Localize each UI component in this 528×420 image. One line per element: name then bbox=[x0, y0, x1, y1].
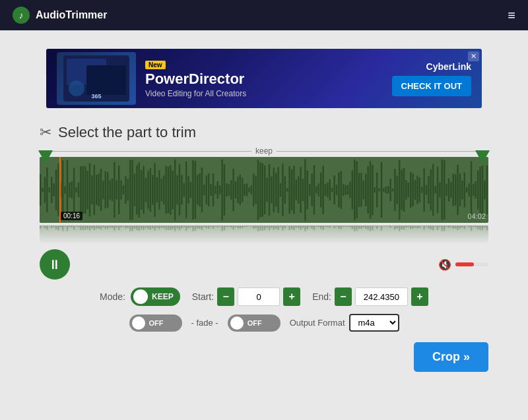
play-pause-icon: ⏸ bbox=[48, 257, 61, 272]
waveform[interactable]: // We'll draw waveform in a separate scr… bbox=[40, 157, 488, 223]
format-select[interactable]: m4a mp3 ogg wav bbox=[349, 314, 399, 332]
fade-out-label: OFF bbox=[248, 319, 262, 327]
start-plus-button[interactable]: + bbox=[283, 287, 300, 306]
end-group: End: − + bbox=[312, 287, 428, 306]
svg-text:365: 365 bbox=[91, 93, 101, 100]
volume-bar[interactable] bbox=[455, 262, 488, 266]
svg-marker-7 bbox=[38, 150, 53, 164]
scissors-icon: ✂ bbox=[40, 124, 51, 141]
ad-title: PowerDirector bbox=[145, 71, 392, 87]
fade-out-knob bbox=[230, 316, 244, 330]
fade-out-toggle[interactable]: OFF bbox=[228, 315, 280, 332]
play-pause-button[interactable]: ⏸ bbox=[40, 249, 70, 280]
output-format-label: Output Format bbox=[290, 318, 345, 328]
logo-text: AudioTrimmer bbox=[36, 9, 107, 21]
keep-label-row: keep bbox=[40, 146, 488, 156]
mode-toggle-text: KEEP bbox=[152, 292, 174, 301]
keep-line-left bbox=[40, 151, 251, 152]
controls-row: ⏸ 🔇 bbox=[40, 249, 488, 280]
fade-separator: - fade - bbox=[191, 318, 218, 328]
end-minus-button[interactable]: − bbox=[335, 287, 352, 306]
hamburger-icon[interactable]: ≡ bbox=[508, 8, 516, 23]
ad-new-badge: New bbox=[145, 61, 166, 69]
ad-cta-button[interactable]: CHECK IT OUT bbox=[392, 76, 471, 96]
crop-btn-row: Crop » bbox=[40, 342, 488, 372]
end-label: End: bbox=[312, 291, 331, 302]
main-content: ✂ Select the part to trim keep bbox=[0, 117, 528, 392]
volume-fill bbox=[455, 262, 474, 266]
start-minus-button[interactable]: − bbox=[217, 287, 234, 306]
ad-brand: CyberLink bbox=[426, 61, 471, 72]
options-row: OFF - fade - OFF Output Format m4a mp3 o… bbox=[40, 314, 488, 332]
ad-close-button[interactable]: ✕ bbox=[468, 51, 479, 61]
fade-in-label: OFF bbox=[149, 319, 164, 327]
fade-in-knob bbox=[132, 316, 145, 330]
volume-icon: 🔇 bbox=[438, 258, 451, 271]
end-time: 04:02 bbox=[467, 212, 486, 220]
keep-label: keep bbox=[255, 146, 273, 156]
fade-in-toggle[interactable]: OFF bbox=[129, 315, 182, 332]
section-heading: ✂ Select the part to trim bbox=[40, 124, 488, 141]
ad-subtitle: Video Editing for All Creators bbox=[145, 89, 392, 98]
svg-marker-8 bbox=[475, 150, 490, 164]
start-input[interactable] bbox=[238, 287, 280, 306]
end-input[interactable] bbox=[355, 287, 408, 306]
ad-image: 365 bbox=[57, 52, 136, 105]
settings-row: Mode: KEEP Start: − + End: − + bbox=[40, 287, 488, 306]
waveform-canvas bbox=[40, 157, 488, 223]
section-title: Select the part to trim bbox=[58, 124, 196, 141]
keep-line-right bbox=[277, 151, 488, 152]
output-format-group: Output Format m4a mp3 ogg wav bbox=[290, 314, 399, 332]
svg-point-5 bbox=[69, 80, 84, 96]
mode-toggle[interactable]: KEEP bbox=[131, 287, 180, 306]
logo-icon: ♪ bbox=[12, 6, 30, 24]
current-time: 00:16 bbox=[61, 212, 82, 220]
playhead: 00:16 bbox=[59, 157, 61, 223]
ad-banner: 365 New PowerDirector Video Editing for … bbox=[46, 49, 482, 108]
start-group: Start: − + bbox=[192, 287, 300, 306]
waveform-reflection bbox=[40, 225, 488, 244]
ad-right: CyberLink CHECK IT OUT bbox=[392, 61, 471, 96]
svg-rect-4 bbox=[86, 65, 126, 95]
handle-right[interactable] bbox=[475, 150, 490, 165]
mode-toggle-knob bbox=[133, 289, 148, 304]
svg-text:♪: ♪ bbox=[19, 10, 24, 20]
header: ♪ AudioTrimmer ≡ bbox=[0, 0, 528, 30]
volume-area: 🔇 bbox=[438, 258, 488, 271]
mode-group: Mode: KEEP bbox=[100, 287, 180, 306]
start-label: Start: bbox=[192, 291, 214, 302]
end-plus-button[interactable]: + bbox=[411, 287, 428, 306]
reflection-canvas bbox=[40, 225, 488, 244]
ad-content: New PowerDirector Video Editing for All … bbox=[136, 59, 392, 98]
mode-label: Mode: bbox=[100, 291, 125, 302]
crop-button[interactable]: Crop » bbox=[414, 342, 488, 372]
handle-left[interactable] bbox=[38, 150, 53, 165]
logo: ♪ AudioTrimmer bbox=[12, 6, 107, 24]
